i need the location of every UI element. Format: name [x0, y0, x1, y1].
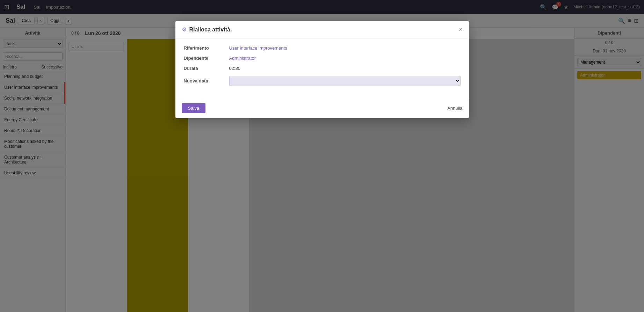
dipendente-label: Dipendente: [184, 56, 229, 61]
modal: ⚙ Rialloca attività. × Riferimento User …: [175, 21, 469, 118]
dipendente-value: Administrator: [229, 56, 256, 61]
dipendente-link[interactable]: Administrator: [229, 56, 256, 61]
modal-overlay: ⚙ Rialloca attività. × Riferimento User …: [0, 0, 644, 312]
save-button[interactable]: Salva: [182, 103, 206, 113]
modal-footer: Salva Annulla: [175, 98, 469, 118]
modal-title: Rialloca attività.: [189, 27, 232, 33]
cancel-button[interactable]: Annulla: [447, 106, 462, 111]
riferimento-value: User interface improvements: [229, 45, 287, 51]
modal-icon: ⚙: [182, 26, 187, 33]
form-row-durata: Durata 02:30: [184, 66, 461, 71]
nuova-data-label: Nuova data: [184, 78, 229, 84]
form-row-riferimento: Riferimento User interface improvements: [184, 45, 461, 51]
nuova-data-select[interactable]: [229, 76, 461, 86]
riferimento-label: Riferimento: [184, 45, 229, 51]
modal-body: Riferimento User interface improvements …: [175, 38, 469, 98]
riferimento-link[interactable]: User interface improvements: [229, 45, 287, 51]
durata-value: 02:30: [229, 66, 241, 71]
modal-close-button[interactable]: ×: [459, 26, 463, 33]
modal-header: ⚙ Rialloca attività. ×: [175, 21, 469, 38]
form-row-nuova-data: Nuova data: [184, 76, 461, 86]
durata-label: Durata: [184, 66, 229, 71]
form-row-dipendente: Dipendente Administrator: [184, 56, 461, 61]
